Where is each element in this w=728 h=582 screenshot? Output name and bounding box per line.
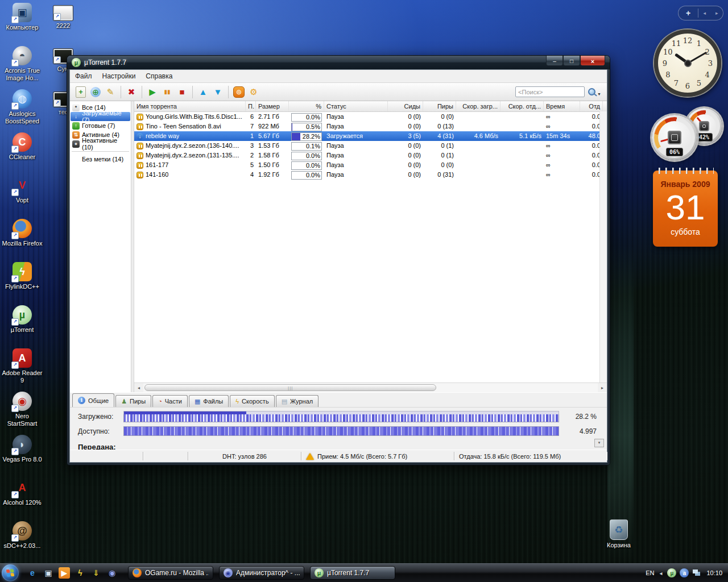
- column-header[interactable]: Время: [544, 101, 580, 111]
- scrollbar-track[interactable]: |||: [143, 383, 598, 392]
- desktop-icon-ccleaner[interactable]: C ↗ CCleaner: [0, 131, 44, 174]
- add-gadget-button[interactable]: +: [679, 9, 698, 18]
- column-header[interactable]: П.: [246, 101, 256, 111]
- detail-tab-pieces[interactable]: ◔ Части: [152, 395, 188, 407]
- desktop-icon-vopt[interactable]: V ↗ Vopt: [0, 174, 44, 217]
- search-icon[interactable]: [588, 88, 595, 95]
- category-no-label[interactable]: Без метки (14): [71, 155, 130, 164]
- taskbar-button-utorrent[interactable]: µ µTorrent 1.7.7: [310, 566, 395, 580]
- torrent-progress-text: 0.5%: [306, 123, 320, 131]
- toolbar-button-rss[interactable]: ⊚: [232, 85, 246, 99]
- minimize-button[interactable]: –: [546, 56, 563, 66]
- menu-item-settings[interactable]: Настройки: [97, 70, 141, 82]
- taskbar-button-icon: µ: [315, 568, 324, 577]
- toolbar-button-start[interactable]: ▶: [146, 85, 159, 99]
- cpu-chip-icon: [668, 131, 681, 144]
- tray-icon-alcohol-tray[interactable]: a: [680, 568, 689, 577]
- search-input[interactable]: [515, 86, 585, 97]
- toolbar-button-add-torrent[interactable]: +: [74, 85, 88, 99]
- toolbar-button-preferences[interactable]: ⚙: [247, 85, 260, 99]
- tray-expand-chevron-icon[interactable]: ◂: [659, 570, 662, 576]
- desktop-icon-adobe-reader[interactable]: A ↗ Adobe Reader 9: [0, 347, 44, 390]
- scrollbar-thumb[interactable]: |||: [144, 384, 436, 391]
- detail-tab-general[interactable]: i Общие: [72, 393, 114, 407]
- cpu-meter-gauge[interactable]: 06%: [652, 115, 697, 160]
- vertical-scrollbar[interactable]: [599, 111, 607, 383]
- column-header[interactable]: Имя торрента: [134, 101, 246, 111]
- desktop-icon-recycle-bin[interactable]: ♻ Корзина: [603, 519, 635, 549]
- gadget-next-button[interactable]: ▸: [711, 10, 723, 16]
- quicklaunch-icon-download-tool[interactable]: ⇓: [90, 567, 102, 579]
- desktop-icon-computer[interactable]: ▣ ↗ Компьютер: [0, 1, 44, 44]
- desktop-icon-utorrent[interactable]: µ ↗ µTorrent: [0, 304, 44, 347]
- torrent-row[interactable]: Young.Girls.With.Big.Tits.6.Disc1... 6 2…: [134, 112, 607, 122]
- toolbar-button-stop[interactable]: ■: [175, 85, 189, 99]
- toolbar-button-pause[interactable]: ▮▮: [160, 85, 174, 99]
- desktop-icon-flylinkdc[interactable]: ϟ ↗ FlylinkDC++: [0, 260, 44, 304]
- taskbar-button-administrator[interactable]: ◉ Администратор^ - ...: [219, 566, 304, 580]
- toolbar-icon: ✎: [107, 88, 114, 96]
- desktop-icon-vegas-pro[interactable]: ◗ ↗ Vegas Pro 8.0: [0, 433, 44, 476]
- quicklaunch-icon-show-desktop[interactable]: ▣: [43, 567, 54, 579]
- quicklaunch-icon-lightning-tool[interactable]: ϟ: [75, 567, 86, 579]
- torrent-eta: ∞: [544, 122, 580, 131]
- tray-icon-network-tray[interactable]: [692, 568, 701, 577]
- column-header[interactable]: %: [289, 101, 324, 111]
- torrent-row[interactable]: 141-160 4 1.92 Гб 0.0% Пауза 0 (0) 0 (31…: [134, 170, 607, 180]
- taskbar-button-ogame-firefox[interactable]: OGame.ru - Mozilla ...: [128, 566, 213, 580]
- column-header[interactable]: Статус: [324, 101, 388, 111]
- column-header[interactable]: Пиры: [423, 101, 456, 111]
- scroll-left-arrow-icon[interactable]: ◂: [134, 385, 143, 390]
- scroll-right-arrow-icon[interactable]: ▸: [598, 385, 607, 390]
- torrent-row[interactable]: Tino - Teen Sensation 8.avi 7 922 Мб 0.5…: [134, 122, 607, 131]
- column-header[interactable]: Размер: [256, 101, 289, 111]
- torrent-row[interactable]: Myatejnij.dyx.2.sezon.(131-135.... 2 1.5…: [134, 151, 607, 160]
- quicklaunch-icon-internet-explorer[interactable]: e: [27, 567, 38, 579]
- column-header[interactable]: Скор. загр...: [456, 101, 500, 111]
- clock-gadget[interactable]: 121234567891011: [654, 30, 721, 97]
- toolbar-button-add-from-url[interactable]: ⊕: [89, 85, 102, 99]
- start-button[interactable]: [2, 564, 19, 581]
- torrent-row[interactable]: 161-177 5 1.50 Гб 0.0% Пауза 0 (0) 0 (0)…: [134, 160, 607, 170]
- detail-scroll-button[interactable]: ▾: [594, 439, 604, 447]
- toolbar-button-move-up[interactable]: ▲: [196, 85, 210, 99]
- torrent-row[interactable]: rebelde way 1 5.67 Гб 28.2% Загружается …: [134, 131, 607, 141]
- search-dropdown-caret-icon[interactable]: ▼: [597, 92, 601, 96]
- quicklaunch-icon-media-player[interactable]: ▶: [59, 567, 70, 579]
- menu-item-help[interactable]: Справка: [140, 70, 177, 82]
- detail-tab-logger[interactable]: ▤ Журнал: [276, 395, 319, 407]
- detail-tabs: i Общие ♟ Пиры ◔ Части ▦ Файлы ϟ Скорост…: [70, 392, 607, 407]
- toolbar-button-create-torrent[interactable]: ✎: [104, 85, 117, 99]
- horizontal-scrollbar[interactable]: ◂ ||| ▸: [134, 383, 607, 392]
- maximize-button[interactable]: □: [563, 56, 580, 66]
- desktop-icon-shortcut-2222[interactable]: ↗ 2222: [50, 1, 76, 44]
- desktop-icon-auslogics-boostspeed[interactable]: ◍ ↗ Auslogics BoostSpeed: [0, 88, 44, 131]
- column-header[interactable]: Скор. отд...: [500, 101, 544, 111]
- category-inactive[interactable]: ● Неактивные (10): [71, 139, 130, 148]
- desktop-icon-nero-startsmart[interactable]: ◉ ↗ Nero StartSmart: [0, 390, 44, 433]
- detail-tab-peers[interactable]: ♟ Пиры: [115, 395, 151, 407]
- column-header[interactable]: Сиды: [388, 101, 423, 111]
- column-header[interactable]: Отд: [580, 101, 603, 111]
- calendar-gadget[interactable]: Январь 2009 31 суббота: [653, 171, 718, 247]
- desktop-icon-sdc[interactable]: @ ↗ sDC++2.03...: [0, 519, 44, 563]
- desktop-icon-acronis-true-image[interactable]: ◓ ↗ Acronis True Image Ho...: [0, 44, 44, 88]
- menu-item-file[interactable]: Файл: [70, 70, 97, 82]
- category-downloading[interactable]: ↓ Загружаемые (7): [71, 112, 130, 121]
- language-indicator[interactable]: EN: [646, 569, 654, 576]
- detail-tab-files[interactable]: ▦ Файлы: [189, 395, 229, 407]
- tray-icon-utorrent-tray[interactable]: µ: [667, 568, 676, 577]
- desktop-icon-glyph: C: [19, 137, 26, 147]
- quicklaunch-icon-dc-client[interactable]: ◉: [106, 567, 118, 579]
- toolbar-button-move-down[interactable]: ▼: [211, 85, 225, 99]
- detail-tab-speed[interactable]: ϟ Скорость: [230, 395, 274, 407]
- gadget-prev-button[interactable]: ◂: [698, 10, 711, 16]
- desktop-icon-mozilla-firefox[interactable]: ↗ Mozilla Firefox: [0, 217, 44, 260]
- torrent-progress-text: 0.0%: [306, 114, 320, 121]
- desktop-icon-alcohol-120[interactable]: A ↗ Alcohol 120%: [0, 476, 44, 519]
- close-button[interactable]: ×: [580, 56, 605, 66]
- torrent-row[interactable]: Myatejnij.dyx.2.sezon.(136-140.... 3 1.5…: [134, 141, 607, 151]
- window-titlebar[interactable]: µ µTorrent 1.7.7 – □ ×: [67, 56, 610, 69]
- tray-clock[interactable]: 10:10: [706, 569, 722, 576]
- toolbar-button-remove[interactable]: ✖: [125, 85, 138, 99]
